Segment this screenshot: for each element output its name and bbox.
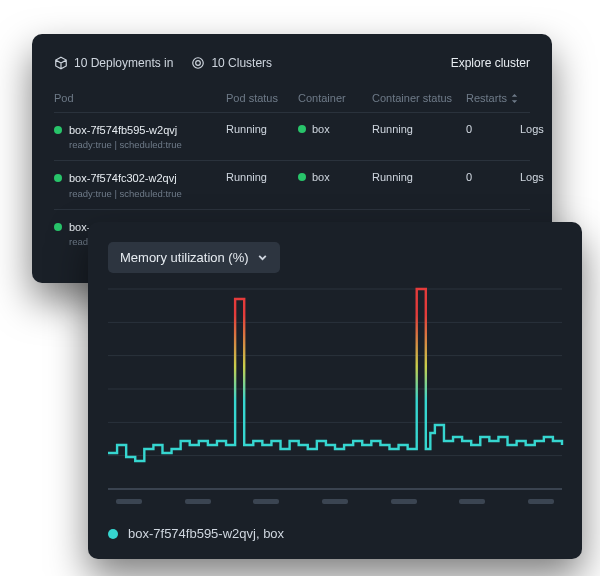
x-tick bbox=[185, 499, 211, 504]
pod-name[interactable]: box-7f574fb595-w2qvj bbox=[69, 123, 182, 137]
x-tick bbox=[253, 499, 279, 504]
logs-link[interactable]: Logs bbox=[520, 123, 560, 135]
dropdown-label: Memory utilization (%) bbox=[120, 250, 249, 265]
container-name: box bbox=[312, 171, 330, 183]
status-dot-icon bbox=[298, 173, 306, 181]
container-status: Running bbox=[372, 171, 464, 183]
chart-panel: Memory utilization (%) box-7f574fb595- bbox=[88, 222, 582, 559]
x-tick bbox=[116, 499, 142, 504]
col-container: Container bbox=[298, 92, 370, 104]
x-tick bbox=[459, 499, 485, 504]
clusters-summary: 10 Clusters bbox=[191, 56, 272, 70]
sort-icon bbox=[510, 94, 519, 103]
restarts-value: 0 bbox=[466, 171, 518, 183]
legend-label: box-7f574fb595-w2qvj, box bbox=[128, 526, 284, 541]
pod-status: Running bbox=[226, 123, 296, 135]
status-dot-icon bbox=[54, 174, 62, 182]
pod-status: Running bbox=[226, 171, 296, 183]
deployments-summary: 10 Deployments in bbox=[54, 56, 173, 70]
container-status: Running bbox=[372, 123, 464, 135]
chevron-down-icon bbox=[257, 252, 268, 263]
table-row: box-7f574fc302-w2qvj ready:true | schedu… bbox=[54, 160, 530, 208]
status-dot-icon bbox=[298, 125, 306, 133]
col-container-status: Container status bbox=[372, 92, 464, 104]
container-name: box bbox=[312, 123, 330, 135]
explore-cluster-link[interactable]: Explore cluster bbox=[451, 56, 530, 70]
status-dot-icon bbox=[54, 126, 62, 134]
metric-dropdown[interactable]: Memory utilization (%) bbox=[108, 242, 280, 273]
table-row: box-7f574fb595-w2qvj ready:true | schedu… bbox=[54, 112, 530, 160]
chart-area bbox=[108, 289, 562, 489]
panel-header: 10 Deployments in 10 Clusters Explore cl… bbox=[54, 56, 530, 70]
svg-point-0 bbox=[193, 58, 204, 69]
svg-point-1 bbox=[196, 61, 201, 66]
col-pod-status: Pod status bbox=[226, 92, 296, 104]
legend-dot-icon bbox=[108, 529, 118, 539]
table-header: Pod Pod status Container Container statu… bbox=[54, 84, 530, 112]
x-axis-ticks bbox=[108, 499, 562, 504]
clusters-label: 10 Clusters bbox=[211, 56, 272, 70]
cube-icon bbox=[54, 56, 68, 70]
restarts-value: 0 bbox=[466, 123, 518, 135]
pod-sub: ready:true | scheduled:true bbox=[69, 188, 182, 199]
chart-legend: box-7f574fb595-w2qvj, box bbox=[108, 526, 562, 541]
logs-link[interactable]: Logs bbox=[520, 171, 560, 183]
pod-sub: ready:true | scheduled:true bbox=[69, 139, 182, 150]
chart-svg bbox=[108, 289, 562, 489]
target-icon bbox=[191, 56, 205, 70]
pod-name[interactable]: box-7f574fc302-w2qvj bbox=[69, 171, 182, 185]
col-restarts[interactable]: Restarts bbox=[466, 92, 518, 104]
col-pod: Pod bbox=[54, 92, 224, 104]
x-tick bbox=[528, 499, 554, 504]
status-dot-icon bbox=[54, 223, 62, 231]
x-tick bbox=[391, 499, 417, 504]
deployments-label: 10 Deployments in bbox=[74, 56, 173, 70]
x-tick bbox=[322, 499, 348, 504]
